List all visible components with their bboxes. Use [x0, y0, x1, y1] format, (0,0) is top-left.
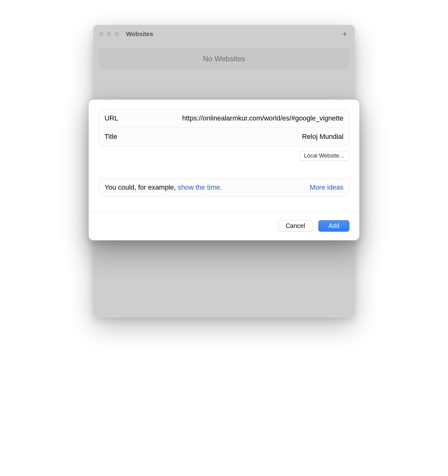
show-time-link[interactable]: show the time.	[178, 183, 222, 191]
window-title: Websites	[126, 31, 153, 38]
url-input[interactable]	[148, 114, 343, 122]
form-group: URL Title	[99, 109, 349, 146]
content-area: No Websites	[93, 43, 355, 75]
add-website-dialog: URL Title Local Website… You could, for …	[89, 100, 359, 240]
hint-box: You could, for example, show the time. M…	[99, 178, 349, 197]
cancel-button[interactable]: Cancel	[278, 220, 313, 232]
plus-icon: +	[342, 30, 347, 38]
minimize-window-button[interactable]	[107, 32, 111, 36]
url-label: URL	[105, 114, 148, 122]
more-ideas-link[interactable]: More ideas	[310, 183, 343, 191]
hint-prefix: You could, for example,	[105, 183, 178, 191]
empty-state-banner: No Websites	[99, 49, 349, 69]
add-button[interactable]: Add	[318, 220, 349, 232]
title-row: Title	[99, 127, 349, 146]
empty-state-text: No Websites	[203, 54, 245, 63]
close-window-button[interactable]	[99, 32, 104, 36]
zoom-window-button[interactable]	[114, 32, 119, 36]
title-input[interactable]	[148, 133, 343, 141]
url-row: URL	[99, 109, 349, 127]
traffic-lights	[99, 32, 119, 36]
title-label: Title	[105, 133, 148, 141]
titlebar: Websites +	[93, 25, 355, 43]
add-website-button[interactable]: +	[340, 30, 349, 38]
hint-text: You could, for example, show the time.	[105, 183, 222, 191]
local-website-button[interactable]: Local Website…	[299, 151, 349, 161]
dialog-footer: Cancel Add	[89, 212, 359, 240]
